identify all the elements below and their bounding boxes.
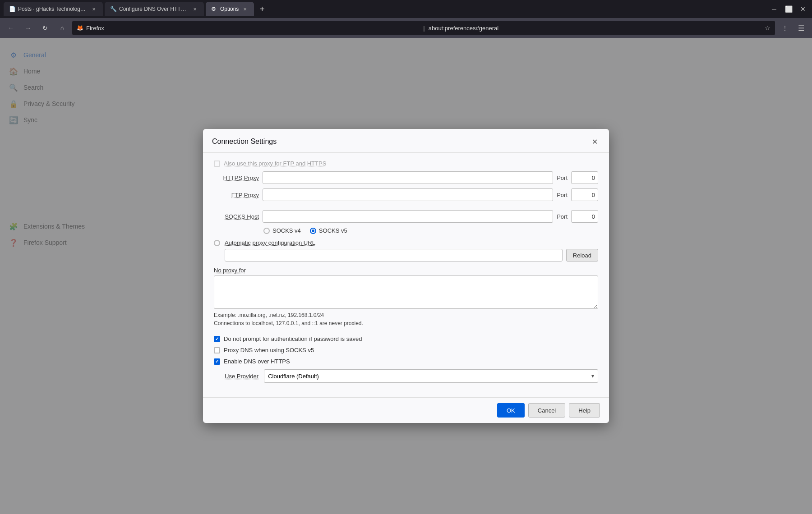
proxy-dns-row[interactable]: Proxy DNS when using SOCKS v5 <box>214 347 598 353</box>
no-proxy-textarea[interactable] <box>214 275 598 309</box>
no-proxy-label: No proxy for <box>214 267 598 274</box>
enable-doh-checkbox[interactable]: ✓ <box>214 358 220 365</box>
connection-settings-dialog: Connection Settings ✕ Also use this prox… <box>203 129 609 423</box>
address-url: about:preferences#general <box>429 25 762 32</box>
https-proxy-row: HTTPS Proxy Port <box>214 171 598 184</box>
address-separator: | <box>423 25 424 32</box>
doh-checkmark-icon: ✓ <box>215 359 219 364</box>
https-proxy-input[interactable] <box>263 171 553 184</box>
https-port-label: Port <box>557 174 567 181</box>
proxy-dns-checkbox[interactable] <box>214 347 220 353</box>
socks-version-row: SOCKS v4 SOCKS v5 <box>263 227 598 234</box>
socks-v4-label: SOCKS v4 <box>272 227 301 234</box>
enable-doh-row[interactable]: ✓ Enable DNS over HTTPS <box>214 358 598 365</box>
tab-3-title: Options <box>220 6 239 12</box>
auto-proxy-url-input[interactable] <box>225 249 563 262</box>
provider-select[interactable]: Cloudflare (Default) ▾ <box>264 369 598 383</box>
socks-port-input[interactable] <box>571 210 598 223</box>
use-provider-label: Use Provider <box>225 373 258 380</box>
tab-3-favicon: ⚙ <box>211 6 217 12</box>
checkmark-icon: ✓ <box>215 337 219 341</box>
socks-host-row: SOCKS Host Port <box>214 210 598 223</box>
reload-button[interactable]: Reload <box>566 249 598 262</box>
ftp-port-label: Port <box>557 192 567 198</box>
also-use-checkbox[interactable] <box>214 161 220 167</box>
tab-2-favicon: 🔧 <box>110 6 116 12</box>
dialog-body[interactable]: Also use this proxy for FTP and HTTPS HT… <box>203 153 609 397</box>
tab-2-title: Configure DNS Over HTTPS in ... <box>119 6 189 12</box>
dialog-header: Connection Settings ✕ <box>203 129 609 153</box>
socks-port-label: Port <box>557 213 567 220</box>
tab-2[interactable]: 🔧 Configure DNS Over HTTPS in ... ✕ <box>105 2 204 16</box>
extensions-button[interactable]: ⋮ <box>778 21 792 35</box>
new-tab-button[interactable]: + <box>256 3 268 15</box>
auto-proxy-label-row: Automatic proxy configuration URL <box>214 239 598 246</box>
browser-window: 📄 Posts · gHacks Technology New... ✕ 🔧 C… <box>0 0 812 514</box>
also-use-proxy-row: Also use this proxy for FTP and HTTPS <box>214 160 598 167</box>
close-window-button[interactable]: ✕ <box>798 4 808 14</box>
https-port-input[interactable] <box>571 171 598 184</box>
auto-proxy-label: Automatic proxy configuration URL <box>225 239 315 246</box>
socks-v5-dot <box>312 229 314 232</box>
dialog-close-button[interactable]: ✕ <box>589 136 600 147</box>
no-auth-prompt-checkbox[interactable]: ✓ <box>214 336 220 342</box>
scrolled-content: Also use this proxy for FTP and HTTPS <box>214 160 598 167</box>
https-proxy-label: HTTPS Proxy <box>214 174 259 181</box>
chevron-down-icon: ▾ <box>591 373 594 379</box>
dialog-footer: OK Cancel Help <box>203 397 609 423</box>
minimize-button[interactable]: ─ <box>769 4 780 14</box>
content-area: ⚙ General 🏠 Home 🔍 Search 🔒 Privacy & Se… <box>0 38 812 514</box>
localhost-note: Connections to localhost, 127.0.0.1, and… <box>214 320 598 326</box>
tab-3-close[interactable]: ✕ <box>241 5 249 13</box>
example-text: Example: .mozilla.org, .net.nz, 192.168.… <box>214 312 598 318</box>
ftp-proxy-input[interactable] <box>263 188 553 201</box>
maximize-button[interactable]: ⬜ <box>783 4 794 14</box>
dialog-scroll-content: Also use this proxy for FTP and HTTPS HT… <box>203 153 609 397</box>
tab-1-favicon: 📄 <box>9 6 15 12</box>
firefox-label: Firefox <box>86 25 420 32</box>
provider-value: Cloudflare (Default) <box>268 373 319 380</box>
bookmark-icon[interactable]: ☆ <box>765 24 770 32</box>
socks-v5-option[interactable]: SOCKS v5 <box>310 227 347 234</box>
firefox-logo-icon: 🦊 <box>77 25 83 31</box>
tab-1-title: Posts · gHacks Technology New... <box>18 6 88 12</box>
title-bar: 📄 Posts · gHacks Technology New... ✕ 🔧 C… <box>0 0 812 18</box>
ftp-proxy-label: FTP Proxy <box>214 192 259 198</box>
auto-proxy-section: Automatic proxy configuration URL Reload <box>214 239 598 262</box>
dialog-title: Connection Settings <box>212 138 277 146</box>
auto-proxy-radio[interactable] <box>214 240 220 246</box>
socks-host-label: SOCKS Host <box>214 213 259 220</box>
socks-v4-option[interactable]: SOCKS v4 <box>263 227 301 234</box>
no-proxy-section: No proxy for Example: .mozilla.org, .net… <box>214 267 598 326</box>
socks-host-input[interactable] <box>263 210 553 223</box>
hamburger-menu-button[interactable]: ☰ <box>794 21 808 35</box>
proxy-dns-label: Proxy DNS when using SOCKS v5 <box>224 347 314 353</box>
socks-v5-radio[interactable] <box>310 228 316 234</box>
ok-button[interactable]: OK <box>497 403 525 418</box>
socks-v4-radio[interactable] <box>263 228 270 234</box>
window-controls: ─ ⬜ ✕ <box>769 4 808 14</box>
nav-bar: ← → ↻ ⌂ 🦊 Firefox | about:preferences#ge… <box>0 18 812 38</box>
address-bar[interactable]: 🦊 Firefox | about:preferences#general ☆ <box>72 21 775 35</box>
back-button[interactable]: ← <box>4 21 18 35</box>
cancel-button[interactable]: Cancel <box>528 403 565 418</box>
enable-doh-label: Enable DNS over HTTPS <box>224 358 290 365</box>
auto-proxy-input-row: Reload <box>225 249 598 262</box>
home-button[interactable]: ⌂ <box>55 21 69 35</box>
no-auth-prompt-row[interactable]: ✓ Do not prompt for authentication if pa… <box>214 335 598 342</box>
socks-v5-label: SOCKS v5 <box>319 227 347 234</box>
help-button[interactable]: Help <box>569 403 600 418</box>
tab-2-close[interactable]: ✕ <box>191 5 198 13</box>
use-provider-row: Use Provider Cloudflare (Default) ▾ <box>225 369 598 383</box>
no-auth-prompt-label: Do not prompt for authentication if pass… <box>224 335 362 342</box>
ftp-port-input[interactable] <box>571 188 598 201</box>
modal-overlay: Connection Settings ✕ Also use this prox… <box>0 38 812 514</box>
reload-button[interactable]: ↻ <box>38 21 52 35</box>
nav-extra-buttons: ⋮ ☰ <box>778 21 808 35</box>
forward-button[interactable]: → <box>21 21 35 35</box>
tab-1-close[interactable]: ✕ <box>90 5 97 13</box>
tab-1[interactable]: 📄 Posts · gHacks Technology New... ✕ <box>4 2 103 16</box>
also-use-label: Also use this proxy for FTP and HTTPS <box>224 160 326 167</box>
tab-3[interactable]: ⚙ Options ✕ <box>206 2 254 16</box>
ftp-proxy-row: FTP Proxy Port <box>214 188 598 201</box>
